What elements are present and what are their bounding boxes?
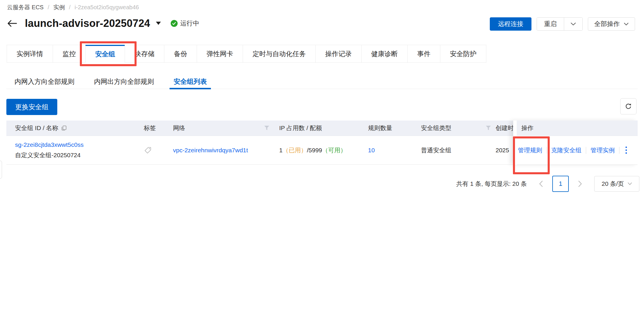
subtab-outbound-rules[interactable]: 内网出方向全部规则 bbox=[90, 75, 158, 89]
refresh-icon bbox=[624, 102, 632, 110]
restart-dropdown-icon[interactable] bbox=[564, 18, 582, 30]
next-page-icon[interactable] bbox=[576, 180, 584, 187]
title-row: launch-advisor-20250724 运行中 bbox=[7, 14, 199, 32]
side-drawer-handle[interactable] bbox=[0, 161, 2, 179]
clone-security-group-link[interactable]: 克隆安全组 bbox=[551, 146, 582, 154]
prev-page-icon[interactable] bbox=[537, 180, 545, 187]
col-header-type: 安全组类型 bbox=[421, 121, 451, 136]
title-dropdown-caret-icon[interactable] bbox=[156, 22, 161, 25]
pagination-summary: 共有 1 条, 每页显示: 20 条 bbox=[456, 180, 527, 188]
tab-block-storage[interactable]: 块存储 bbox=[125, 45, 164, 63]
subtab-security-group-list[interactable]: 安全组列表 bbox=[170, 75, 211, 89]
change-security-group-button[interactable]: 更换安全组 bbox=[6, 99, 57, 115]
restart-split-button: 重启 bbox=[537, 17, 583, 31]
tab-monitoring[interactable]: 监控 bbox=[53, 45, 86, 63]
col-header-id-name-label: 安全组 ID / 名称 bbox=[15, 124, 58, 132]
col-header-network: 网络 bbox=[173, 121, 185, 136]
sg-name: 自定义安全组-20250724 bbox=[15, 151, 80, 159]
chevron-down-icon bbox=[624, 23, 629, 26]
tab-instance-details[interactable]: 实例详情 bbox=[7, 45, 53, 63]
manage-rules-link[interactable]: 管理规则 bbox=[518, 146, 542, 154]
security-group-subtabs: 内网入方向全部规则 内网出方向全部规则 安全组列表 bbox=[6, 75, 638, 89]
col-header-ip: IP 占用数 / 配额 bbox=[279, 121, 322, 136]
all-actions-button[interactable]: 全部操作 bbox=[588, 17, 635, 31]
type-filter-icon[interactable] bbox=[485, 121, 491, 136]
all-actions-label: 全部操作 bbox=[594, 20, 620, 28]
vpc-link[interactable]: vpc-2zeirehnwivrdqya7wd1t bbox=[173, 147, 248, 154]
sg-type-cell: 普通安全组 bbox=[421, 136, 451, 164]
breadcrumb-instances[interactable]: 实例 bbox=[53, 3, 65, 11]
top-actions: 远程连接 重启 全部操作 bbox=[490, 17, 635, 31]
tag-cell bbox=[144, 136, 152, 164]
col-header-tag: 标签 bbox=[144, 121, 156, 136]
actions-sticky-column: 操作 管理规则 克隆安全组 管理实例 bbox=[513, 121, 638, 165]
more-actions-icon[interactable] bbox=[624, 145, 629, 156]
ip-quota-value: /5999 bbox=[307, 147, 322, 154]
remote-connect-button[interactable]: 远程连接 bbox=[490, 17, 531, 31]
divider bbox=[547, 147, 547, 154]
tab-security-group[interactable]: 安全组 bbox=[85, 45, 125, 63]
back-arrow-icon[interactable] bbox=[7, 19, 17, 27]
subtab-inbound-rules[interactable]: 内网入方向全部规则 bbox=[10, 75, 78, 89]
status-badge: 运行中 bbox=[171, 19, 199, 28]
divider bbox=[619, 147, 619, 154]
col-header-rules: 规则数量 bbox=[368, 121, 392, 136]
page-number-button[interactable]: 1 bbox=[552, 176, 569, 192]
sg-id-name-cell: sg-2zei8cjtda3xwwt5c0ss 自定义安全组-20250724 bbox=[15, 136, 84, 164]
chevron-down-icon bbox=[628, 182, 632, 185]
tab-operation-records[interactable]: 操作记录 bbox=[315, 45, 362, 63]
breadcrumb-separator: / bbox=[69, 4, 71, 11]
rules-count-link[interactable]: 10 bbox=[368, 147, 375, 154]
copy-icon[interactable] bbox=[61, 125, 67, 131]
ip-used-label: （已用） bbox=[283, 146, 307, 154]
ip-used-value: 1 bbox=[279, 147, 283, 154]
col-header-actions: 操作 bbox=[517, 121, 638, 136]
restart-button[interactable]: 重启 bbox=[537, 18, 564, 30]
page-size-value: 20 条/页 bbox=[601, 180, 624, 188]
breadcrumb-separator: / bbox=[48, 4, 49, 11]
breadcrumb: 云服务器 ECS / 实例 / i-2zea5ot2io5qygweab46 bbox=[7, 3, 139, 11]
status-label: 运行中 bbox=[180, 19, 199, 28]
col-header-id-name: 安全组 ID / 名称 bbox=[15, 121, 67, 136]
sg-id-link[interactable]: sg-2zei8cjtda3xwwt5c0ss bbox=[15, 141, 84, 148]
page-title: launch-advisor-20250724 bbox=[25, 17, 150, 29]
tab-scheduled-tasks[interactable]: 定时与自动化任务 bbox=[243, 45, 316, 63]
status-check-icon bbox=[171, 20, 178, 27]
page-size-select[interactable]: 20 条/页 bbox=[594, 176, 639, 192]
network-cell: vpc-2zeirehnwivrdqya7wd1t bbox=[173, 136, 248, 164]
tab-events[interactable]: 事件 bbox=[407, 45, 440, 63]
actions-cell: 管理规则 克隆安全组 管理实例 bbox=[517, 136, 638, 165]
rules-count-cell: 10 bbox=[368, 136, 375, 164]
tag-icon[interactable] bbox=[144, 146, 152, 154]
ip-available-label: （可用） bbox=[322, 146, 346, 154]
refresh-button[interactable] bbox=[620, 98, 636, 114]
ecs-instance-detail-page: 云服务器 ECS / 实例 / i-2zea5ot2io5qygweab46 l… bbox=[0, 0, 644, 326]
network-filter-icon[interactable] bbox=[264, 121, 270, 136]
breadcrumb-ecs[interactable]: 云服务器 ECS bbox=[7, 3, 44, 11]
tab-eni[interactable]: 弹性网卡 bbox=[197, 45, 243, 63]
tab-security-protection[interactable]: 安全防护 bbox=[440, 45, 486, 63]
manage-instances-link[interactable]: 管理实例 bbox=[590, 146, 615, 154]
pagination: 共有 1 条, 每页显示: 20 条 1 20 条/页 bbox=[456, 176, 639, 192]
divider bbox=[586, 147, 586, 154]
tab-backup[interactable]: 备份 bbox=[164, 45, 197, 63]
ip-quota-cell: 1 （已用） /5999 （可用） bbox=[279, 136, 346, 164]
instance-tabs: 实例详情 监控 安全组 块存储 备份 弹性网卡 定时与自动化任务 操作记录 健康… bbox=[7, 45, 486, 63]
breadcrumb-instance-id: i-2zea5ot2io5qygweab46 bbox=[75, 4, 139, 11]
tab-health-diagnosis[interactable]: 健康诊断 bbox=[361, 45, 408, 63]
